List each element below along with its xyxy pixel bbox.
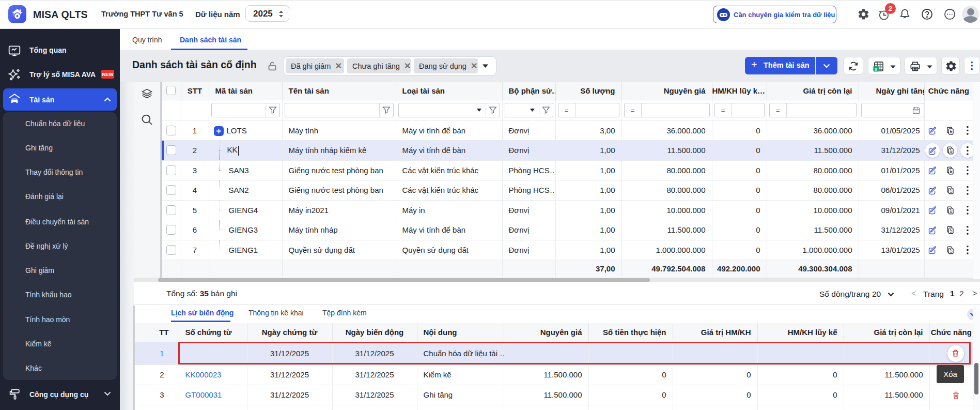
svg-text:x: x: [875, 67, 877, 72]
